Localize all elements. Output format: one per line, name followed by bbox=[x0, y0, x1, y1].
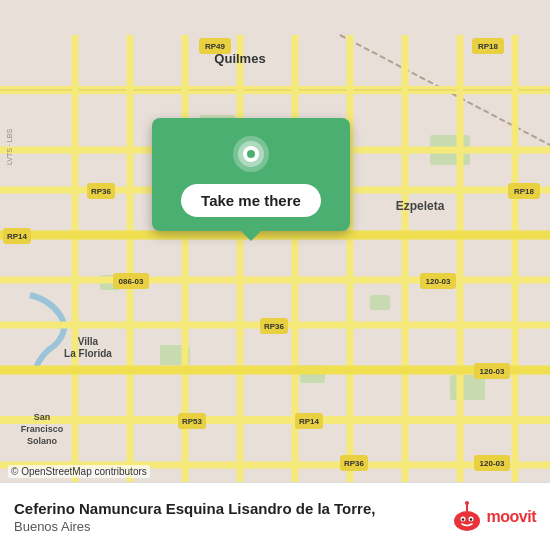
svg-text:Villa: Villa bbox=[78, 336, 99, 347]
svg-text:LVTS · LBS: LVTS · LBS bbox=[6, 129, 13, 165]
svg-text:RP14: RP14 bbox=[7, 232, 28, 241]
svg-point-72 bbox=[469, 518, 471, 520]
svg-text:Solano: Solano bbox=[27, 436, 58, 446]
svg-point-67 bbox=[247, 150, 255, 158]
svg-text:RP49: RP49 bbox=[205, 42, 226, 51]
svg-text:RP36: RP36 bbox=[344, 459, 365, 468]
moovit-logo: moovit bbox=[451, 501, 536, 533]
svg-text:RP36: RP36 bbox=[264, 322, 285, 331]
copyright-text: © OpenStreetMap contributors bbox=[8, 465, 150, 478]
svg-text:RP18: RP18 bbox=[478, 42, 499, 51]
svg-text:RP18: RP18 bbox=[514, 187, 535, 196]
svg-text:RP14: RP14 bbox=[299, 417, 320, 426]
take-me-there-button[interactable]: Take me there bbox=[181, 184, 321, 217]
svg-text:Francisco: Francisco bbox=[21, 424, 64, 434]
location-pin-icon bbox=[231, 134, 271, 174]
svg-text:120-03: 120-03 bbox=[480, 367, 505, 376]
bottom-bar: Ceferino Namuncura Esquina Lisandro de l… bbox=[0, 482, 550, 550]
svg-text:Quilmes: Quilmes bbox=[214, 51, 265, 66]
svg-point-68 bbox=[454, 511, 480, 531]
svg-text:Ezpeleta: Ezpeleta bbox=[396, 199, 445, 213]
moovit-icon bbox=[451, 501, 483, 533]
svg-text:120-03: 120-03 bbox=[426, 277, 451, 286]
popup-card: Take me there bbox=[152, 118, 350, 231]
moovit-brand-text: moovit bbox=[487, 508, 536, 526]
svg-text:120-03: 120-03 bbox=[480, 459, 505, 468]
svg-text:RP36: RP36 bbox=[91, 187, 112, 196]
svg-rect-0 bbox=[0, 35, 550, 515]
svg-text:RP53: RP53 bbox=[182, 417, 203, 426]
svg-point-71 bbox=[461, 518, 463, 520]
city-name: Buenos Aires bbox=[14, 519, 451, 534]
street-name: Ceferino Namuncura Esquina Lisandro de l… bbox=[14, 499, 451, 519]
address-block: Ceferino Namuncura Esquina Lisandro de l… bbox=[14, 499, 451, 534]
svg-text:La Florida: La Florida bbox=[64, 348, 112, 359]
svg-text:086-03: 086-03 bbox=[119, 277, 144, 286]
svg-rect-6 bbox=[370, 295, 390, 310]
svg-text:San: San bbox=[34, 412, 51, 422]
svg-point-74 bbox=[465, 501, 469, 505]
map-container: RP49 RP18 RP18 RP14 RP36 086-03 RP36 120… bbox=[0, 0, 550, 550]
